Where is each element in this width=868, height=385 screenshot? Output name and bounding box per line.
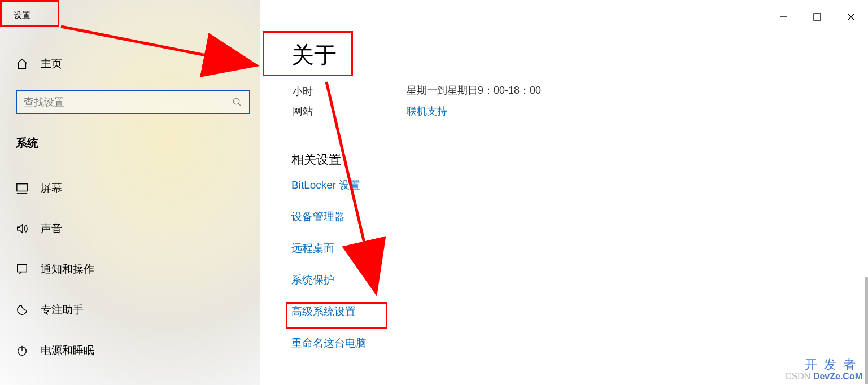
- svg-rect-2: [18, 265, 27, 272]
- online-support-link[interactable]: 联机支持: [407, 104, 447, 118]
- window-controls: [766, 6, 868, 28]
- link-rename-pc[interactable]: 重命名这台电脑: [291, 336, 367, 351]
- link-bitlocker[interactable]: BitLocker 设置: [291, 178, 367, 193]
- nav-label-display: 屏幕: [41, 181, 62, 195]
- moon-icon: [16, 304, 28, 316]
- link-remote-desktop[interactable]: 远程桌面: [291, 241, 367, 256]
- search-box[interactable]: [16, 90, 250, 114]
- sidebar-item-focus[interactable]: 专注助手: [16, 303, 94, 317]
- annotation-box-advanced: [286, 302, 387, 329]
- main-content: 关于 小时 星期一到星期日9：00-18：00 网站 联机支持 相关设置 Bit…: [260, 0, 868, 385]
- watermark-en-bold: DevZe.CoM: [813, 371, 862, 381]
- maximize-button[interactable]: [800, 6, 834, 28]
- annotation-box-about: [263, 31, 353, 76]
- minimize-button[interactable]: [766, 6, 800, 28]
- watermark-cn: 开发者: [785, 358, 862, 371]
- nav-label-focus: 专注助手: [41, 303, 84, 317]
- link-system-protection[interactable]: 系统保护: [291, 273, 367, 287]
- display-icon: [16, 182, 28, 194]
- related-settings-title: 相关设置: [291, 151, 341, 168]
- home-icon: [16, 58, 28, 70]
- scrollbar[interactable]: [865, 277, 868, 384]
- sidebar: 设置 主页 系统 屏幕 声音 通知和操作 专注助手: [0, 0, 260, 385]
- link-device-manager[interactable]: 设备管理器: [291, 209, 367, 224]
- search-input[interactable]: [24, 97, 232, 108]
- nav-label-power: 电源和睡眠: [41, 343, 94, 358]
- svg-rect-4: [814, 14, 821, 20]
- watermark: 开发者 CSDN DevZe.CoM: [785, 358, 862, 382]
- watermark-en-pre: CSDN: [785, 371, 810, 381]
- site-label: 网站: [293, 104, 313, 118]
- svg-point-0: [233, 98, 239, 104]
- notification-icon: [16, 263, 28, 275]
- sidebar-item-display[interactable]: 屏幕: [16, 181, 94, 195]
- hours-label: 小时: [293, 85, 313, 98]
- power-icon: [16, 344, 28, 357]
- sound-icon: [16, 222, 28, 235]
- sidebar-nav: 屏幕 声音 通知和操作 专注助手 电源和睡眠: [16, 181, 94, 358]
- svg-rect-1: [17, 184, 27, 191]
- sidebar-home[interactable]: 主页: [16, 56, 62, 71]
- sidebar-home-label: 主页: [41, 56, 62, 71]
- search-icon: [232, 97, 242, 107]
- sidebar-item-sound[interactable]: 声音: [16, 221, 94, 236]
- hours-value: 星期一到星期日9：00-18：00: [407, 84, 541, 97]
- sidebar-item-notifications[interactable]: 通知和操作: [16, 262, 94, 277]
- sidebar-item-power[interactable]: 电源和睡眠: [16, 343, 94, 358]
- annotation-box-settings: [0, 0, 59, 27]
- nav-label-sound: 声音: [41, 221, 62, 236]
- nav-label-notifications: 通知和操作: [41, 262, 94, 277]
- close-button[interactable]: [834, 6, 868, 28]
- sidebar-section-title: 系统: [16, 135, 38, 151]
